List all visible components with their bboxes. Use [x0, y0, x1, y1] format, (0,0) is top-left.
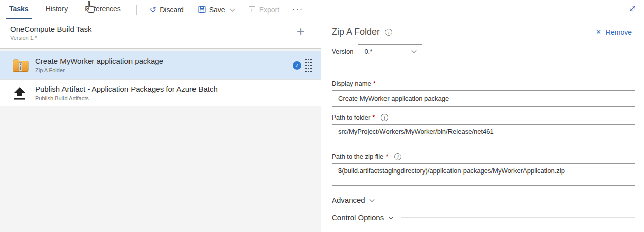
- undo-icon: ↺: [150, 6, 156, 14]
- display-name-input[interactable]: [332, 90, 635, 107]
- task-title: Publish Artifact - Application Packages …: [35, 85, 321, 93]
- chevron-down-icon[interactable]: [230, 6, 235, 11]
- export-button[interactable]: ↑ Export: [248, 6, 279, 14]
- required-mark: *: [373, 80, 376, 87]
- section-rule: [401, 217, 635, 218]
- path-to-zip-label: Path to the zip file * i: [332, 153, 635, 160]
- selected-check-icon: ✓: [293, 61, 301, 70]
- path-to-folder-label: Path to folder * i: [332, 113, 635, 121]
- tab-tasks[interactable]: Tasks: [6, 0, 32, 19]
- phase-title: OneCompute Build Task: [10, 25, 321, 33]
- info-icon[interactable]: i: [394, 153, 401, 160]
- version-value: 0.*: [364, 48, 372, 55]
- task-subtitle: Zip A Folder: [35, 67, 321, 73]
- version-label: Version: [332, 48, 353, 55]
- chevron-down-icon: [389, 214, 394, 219]
- fullscreen-icon[interactable]: [628, 4, 637, 15]
- close-icon: ✕: [596, 28, 601, 36]
- zip-folder-icon: [12, 58, 29, 74]
- phase-version: Version 1.*: [10, 35, 321, 41]
- task-list: Create MyWorker application package Zip …: [0, 51, 321, 106]
- section-label: Advanced: [332, 196, 365, 204]
- task-title: Create MyWorker application package: [35, 56, 321, 65]
- tab-references[interactable]: References: [82, 0, 124, 19]
- task-subtitle: Publish Build Artifacts: [35, 95, 321, 101]
- section-advanced[interactable]: Advanced: [332, 196, 635, 204]
- phase-header[interactable]: OneCompute Build Task Version 1.* +: [0, 20, 321, 49]
- drag-handle-icon[interactable]: [305, 59, 311, 72]
- detail-header: Zip A Folder i ✕ Remove: [332, 27, 635, 37]
- task-settings-panel: Zip A Folder i ✕ Remove Version 0.* Disp…: [322, 20, 644, 232]
- save-button[interactable]: Save: [198, 6, 234, 14]
- section-control-options[interactable]: Control Options: [332, 213, 635, 222]
- discard-button[interactable]: ↺ Discard: [150, 6, 184, 14]
- task-type-title: Zip A Folder: [332, 27, 380, 37]
- add-task-button[interactable]: +: [297, 25, 305, 39]
- remove-label: Remove: [606, 28, 632, 36]
- export-label: Export: [259, 6, 279, 14]
- path-to-zip-input[interactable]: [332, 163, 635, 186]
- upload-icon: [12, 87, 27, 102]
- task-item-publish-artifact[interactable]: Publish Artifact - Application Packages …: [0, 79, 321, 106]
- display-name-label: Display name *: [332, 80, 635, 87]
- version-row: Version 0.*: [332, 44, 635, 59]
- chevron-down-icon: [412, 48, 417, 53]
- version-dropdown[interactable]: 0.*: [358, 44, 422, 59]
- task-list-panel: OneCompute Build Task Version 1.* +: [0, 20, 321, 232]
- required-mark: *: [385, 153, 388, 160]
- toolbar: Tasks History References ↺ Discard Save: [0, 0, 644, 19]
- task-item-zip-folder[interactable]: Create MyWorker application package Zip …: [0, 51, 321, 79]
- save-icon: [198, 6, 206, 13]
- discard-label: Discard: [160, 6, 183, 14]
- export-icon: ↑: [248, 6, 255, 13]
- section-label: Control Options: [332, 213, 384, 222]
- path-to-folder-input[interactable]: [332, 124, 635, 146]
- required-mark: *: [372, 113, 375, 121]
- section-rule: [382, 200, 635, 200]
- pipeline-editor: Tasks History References ↺ Discard Save: [0, 0, 644, 232]
- tab-bar: Tasks History References: [6, 0, 135, 19]
- chevron-down-icon: [369, 197, 374, 202]
- toolbar-divider: [136, 5, 137, 15]
- remove-task-button[interactable]: ✕ Remove: [596, 28, 632, 36]
- save-label: Save: [209, 6, 225, 14]
- tab-history[interactable]: History: [43, 0, 71, 19]
- more-options-button[interactable]: ···: [292, 5, 303, 14]
- info-icon[interactable]: i: [385, 29, 392, 36]
- info-icon[interactable]: i: [381, 114, 388, 121]
